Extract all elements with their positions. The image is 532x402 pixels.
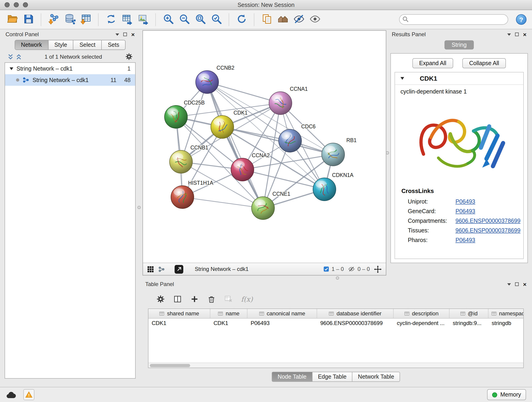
column-header-namespace[interactable]: namespace <box>488 309 524 318</box>
minimize-window-button[interactable] <box>14 2 19 7</box>
tab-string[interactable]: String <box>444 40 474 50</box>
birdseye-view-button[interactable] <box>158 266 165 273</box>
search-input[interactable] <box>399 14 508 25</box>
crosslink-link[interactable]: 9606.ENSP00000378699 <box>456 217 520 224</box>
collapse-all-icon[interactable] <box>7 54 14 60</box>
import-network-database-button[interactable] <box>63 12 76 27</box>
open-session-button[interactable] <box>6 12 19 27</box>
network-options-button[interactable] <box>125 53 133 61</box>
column-header-description[interactable]: description <box>394 309 450 318</box>
table-options-button[interactable] <box>156 295 165 303</box>
column-header-shared-name[interactable]: shared name <box>148 309 210 318</box>
right-splitter-handle[interactable] <box>386 151 389 154</box>
cell-description[interactable]: cyclin-dependent ... <box>394 319 450 328</box>
grid-view-button[interactable] <box>147 266 154 273</box>
network-node-HIST1H1A[interactable] <box>171 186 194 209</box>
delete-column-button[interactable] <box>207 295 216 303</box>
network-canvas-area[interactable]: CCNB2CCNA1CDC25BCDK1CDC6RB1CCNB1CCNA2CDK… <box>143 31 386 263</box>
undock-panel-icon[interactable] <box>515 282 519 286</box>
cell-database-identifier[interactable]: 9606.ENSP00000378699 <box>317 319 394 328</box>
save-session-button[interactable] <box>22 12 35 27</box>
node-entry-header[interactable]: CDK1 <box>395 72 523 85</box>
crosslink-link[interactable]: 9606.ENSP00000378699 <box>456 227 520 234</box>
cell-namespace[interactable]: stringdb <box>488 319 524 328</box>
column-header-name[interactable]: name <box>210 309 247 318</box>
network-node-CDC6[interactable] <box>279 129 302 152</box>
copy-style-button[interactable] <box>260 12 273 27</box>
network-node-CCNA2[interactable] <box>231 158 254 181</box>
network-collection-row[interactable]: String Network – cdk1 1 <box>5 63 135 74</box>
float-panel-icon[interactable] <box>116 33 119 36</box>
tab-style[interactable]: Style <box>48 40 74 50</box>
close-window-button[interactable] <box>5 2 10 7</box>
tab-node-table[interactable]: Node Table <box>272 372 312 382</box>
network-node-CCNB1[interactable] <box>170 150 192 173</box>
pan-mode-button[interactable] <box>374 265 382 273</box>
scrollbar-thumb[interactable] <box>150 364 190 367</box>
cell-canonical-name[interactable]: P06493 <box>247 319 317 328</box>
function-builder-button[interactable]: f(x) <box>241 295 253 303</box>
import-table-button[interactable] <box>79 12 93 27</box>
zoom-out-button[interactable] <box>177 12 191 27</box>
help-button[interactable]: ? <box>516 14 526 25</box>
network-node-CDK1[interactable] <box>211 115 234 138</box>
zoom-selected-button[interactable] <box>209 12 223 27</box>
export-network-button[interactable] <box>104 12 118 27</box>
refresh-view-button[interactable] <box>234 12 248 27</box>
bottom-splitter-handle[interactable] <box>336 276 339 280</box>
crosslink-link[interactable]: P06493 <box>456 198 475 205</box>
show-hidden-button[interactable] <box>308 12 322 27</box>
zoom-window-button[interactable] <box>23 2 28 7</box>
close-panel-icon[interactable]: × <box>131 32 135 37</box>
tab-sets[interactable]: Sets <box>102 40 125 50</box>
cell-name[interactable]: CDK1 <box>210 319 247 328</box>
undock-panel-icon[interactable] <box>123 32 127 36</box>
cell-shared-name[interactable]: CDK1 <box>148 319 210 328</box>
column-header-canonical-name[interactable]: canonical name <box>247 309 317 318</box>
left-splitter-handle[interactable] <box>138 206 141 209</box>
zoom-in-button[interactable] <box>161 12 175 27</box>
table-row[interactable]: CDK1 CDK1 P06493 9606.ENSP00000378699 cy… <box>148 319 523 328</box>
network-row[interactable]: String Network – cdk1 11 48 <box>5 74 135 86</box>
tab-network[interactable]: Network <box>15 40 49 50</box>
export-table-button[interactable] <box>120 12 134 27</box>
crosslink-link[interactable]: P06493 <box>456 237 475 243</box>
cloud-status-icon[interactable] <box>6 390 17 399</box>
tree-caret-icon[interactable] <box>10 67 13 70</box>
delete-table-button[interactable] <box>224 295 233 303</box>
network-node-CCNA1[interactable] <box>269 92 292 115</box>
show-panels-button[interactable] <box>276 12 290 27</box>
tab-select[interactable]: Select <box>74 40 102 50</box>
float-panel-icon[interactable] <box>507 283 511 285</box>
expand-all-icon[interactable] <box>16 54 22 60</box>
tab-edge-table[interactable]: Edge Table <box>312 372 353 382</box>
entry-caret-icon[interactable] <box>400 77 404 80</box>
undock-panel-icon[interactable] <box>515 32 519 36</box>
float-panel-icon[interactable] <box>507 33 511 36</box>
network-canvas[interactable]: CCNB2CCNA1CDC25BCDK1CDC6RB1CCNB1CCNA2CDK… <box>143 31 386 263</box>
column-header-id[interactable]: @id <box>450 309 488 318</box>
cell-id[interactable]: stringdb:9... <box>450 319 488 328</box>
hide-selected-button[interactable] <box>292 12 306 27</box>
show-columns-button[interactable] <box>173 295 182 303</box>
close-panel-icon[interactable]: × <box>523 32 526 37</box>
crosslink-link[interactable]: P06493 <box>456 208 475 214</box>
export-image-button[interactable] <box>136 12 150 27</box>
import-network-file-button[interactable] <box>47 12 60 27</box>
network-node-RB1[interactable] <box>322 143 345 166</box>
expand-all-button[interactable]: Expand All <box>412 58 453 68</box>
warnings-button[interactable] <box>23 389 34 400</box>
collapse-all-button[interactable]: Collapse All <box>462 58 506 68</box>
network-node-CDKN1A[interactable] <box>313 178 336 201</box>
column-header-database-identifier[interactable]: database identifier <box>317 309 394 318</box>
memory-button[interactable]: Memory <box>487 389 526 400</box>
horizontal-scrollbar[interactable] <box>148 363 523 368</box>
network-node-CCNB2[interactable] <box>196 70 219 94</box>
add-column-button[interactable] <box>190 295 199 303</box>
network-node-CCNE1[interactable] <box>252 197 274 220</box>
open-in-new-window-button[interactable] <box>175 265 183 274</box>
zoom-fit-button[interactable] <box>193 12 207 27</box>
close-panel-icon[interactable]: × <box>523 281 526 287</box>
tab-network-table[interactable]: Network Table <box>352 372 400 382</box>
network-node-CDC25B[interactable] <box>165 105 187 128</box>
